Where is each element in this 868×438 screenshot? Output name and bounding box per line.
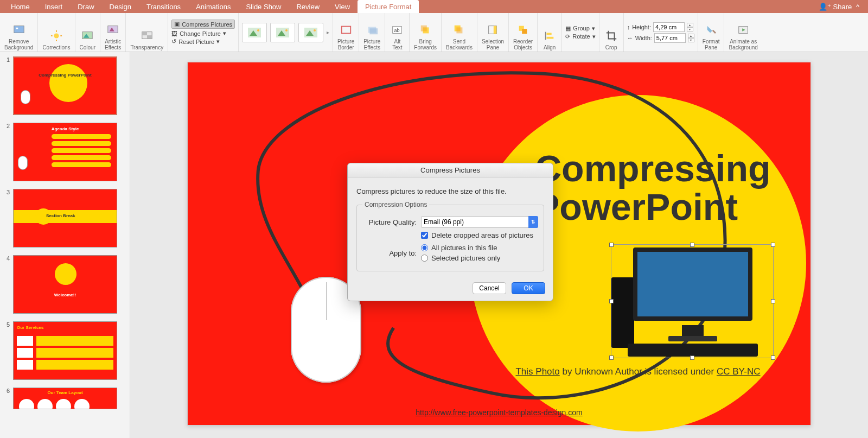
height-input[interactable] [653, 22, 685, 32]
crop-icon [604, 28, 619, 43]
change-picture-button[interactable]: 🖼 Change Picture ▾ [171, 30, 235, 37]
format-pane-button[interactable]: Format Pane [698, 13, 725, 52]
compress-pictures-button[interactable]: ▣ Compress Pictures [171, 20, 235, 29]
svg-point-21 [314, 29, 316, 31]
animate-as-background-button[interactable]: Animate as Background [724, 13, 762, 52]
tab-view[interactable]: View [327, 0, 358, 13]
thumb-number: 1 [3, 56, 10, 115]
share-button[interactable]: 👤⁺ Share ^ [813, 3, 865, 11]
bring-forwards-button[interactable]: Bring Forwards [410, 13, 442, 52]
svg-rect-38 [712, 30, 716, 34]
apply-to-label: Apply to: [362, 249, 417, 257]
tab-slideshow[interactable]: Slide Show [238, 0, 289, 13]
thumb-slide-1[interactable]: Compressing PowerPoint [13, 56, 117, 115]
picture-style-2[interactable] [270, 23, 295, 42]
align-icon [542, 28, 557, 43]
picture-border-button[interactable]: Picture Border [333, 13, 359, 52]
bring-forward-icon [418, 22, 433, 37]
dropdown-icon: ▾ [592, 33, 596, 40]
reorder-objects-button[interactable]: Reorder Objects [509, 13, 538, 52]
thumb-slide-2[interactable]: Agenda Style [13, 123, 117, 181]
compression-options-legend: Compression Options [362, 201, 429, 208]
computer-monitor-shape [633, 247, 752, 321]
license-link[interactable]: CC BY-NC [717, 366, 761, 377]
tab-picture-format[interactable]: Picture Format [358, 0, 419, 13]
picture-style-3[interactable] [298, 23, 323, 42]
artistic-effects-button[interactable]: Artistic Effects [100, 13, 126, 52]
delete-cropped-checkbox[interactable] [421, 232, 428, 239]
thumb-slide-5[interactable]: Our Services [13, 321, 117, 380]
thumb-slide-3[interactable]: Section Break [13, 189, 117, 247]
tab-draw[interactable]: Draw [70, 0, 101, 13]
picture-style-1[interactable] [242, 23, 267, 42]
picture-styles-gallery[interactable]: ▸ [239, 13, 333, 52]
thumb-slide-4[interactable]: Welcome!! [13, 255, 117, 314]
slide-title-text: Compressing PowerPoint [535, 149, 771, 227]
svg-point-15 [257, 29, 259, 31]
change-picture-icon: 🖼 [171, 30, 177, 37]
gallery-more-icon[interactable]: ▸ [327, 29, 329, 35]
svg-rect-28 [421, 26, 427, 31]
thumb-number: 6 [3, 388, 10, 409]
select-dropdown-icon[interactable]: ⇅ [528, 216, 538, 228]
dialog-subtitle: Compress pictures to reduce the size of … [356, 187, 544, 195]
transparency-button[interactable]: Transparency [126, 13, 168, 52]
svg-point-18 [285, 29, 288, 31]
transparency-icon [139, 28, 155, 43]
width-label: Width: [635, 35, 652, 41]
animate-bg-icon [736, 22, 751, 37]
apply-selected-radio[interactable] [421, 255, 428, 262]
width-icon: ↔ [627, 35, 633, 41]
selected-picture[interactable] [611, 244, 774, 358]
thumb-number: 2 [3, 123, 10, 181]
svg-rect-32 [494, 26, 497, 34]
remove-background-button[interactable]: Remove Background [0, 13, 38, 52]
slide-thumbnails-panel[interactable]: 1 Compressing PowerPoint 2 Agenda Style … [0, 52, 130, 438]
tab-design[interactable]: Design [102, 0, 139, 13]
align-button[interactable]: Align [538, 13, 562, 52]
picture-quality-select[interactable]: Email (96 ppi) [421, 216, 538, 228]
compress-pictures-dialog: Compress Pictures Compress pictures to r… [347, 163, 553, 301]
selection-pane-button[interactable]: Selection Pane [477, 13, 509, 52]
template-source-link[interactable]: http://www.free-powerpoint-templates-des… [416, 408, 582, 417]
group-button[interactable]: ▦Group▾ [565, 25, 595, 32]
colour-button[interactable]: Colour [75, 13, 100, 52]
this-photo-link[interactable]: This Photo [515, 366, 559, 377]
artistic-icon [105, 22, 120, 37]
tab-review[interactable]: Review [289, 0, 327, 13]
share-icon: 👤⁺ [819, 3, 831, 11]
ok-button[interactable]: OK [512, 282, 545, 294]
alt-text-icon: ab [390, 22, 405, 37]
reset-picture-button[interactable]: ↺ Reset Picture ▾ [171, 38, 235, 45]
cancel-button[interactable]: Cancel [473, 282, 506, 294]
width-input[interactable] [654, 33, 686, 43]
svg-text:ab: ab [394, 28, 400, 33]
remove-background-icon [11, 22, 27, 37]
thumb-number: 4 [3, 255, 10, 314]
tab-animations[interactable]: Animations [188, 0, 238, 13]
tab-insert[interactable]: Insert [37, 0, 71, 13]
tab-home[interactable]: Home [3, 0, 37, 13]
thumb-slide-6[interactable]: Our Team Layout [13, 388, 117, 409]
width-stepper[interactable]: ▴▾ [688, 34, 694, 42]
apply-all-label: All pictures in this file [431, 244, 497, 252]
send-backwards-button[interactable]: Send Backwards [442, 13, 477, 52]
height-label: Height: [632, 24, 651, 30]
rotate-button[interactable]: ⟳Rotate▾ [565, 33, 595, 40]
height-stepper[interactable]: ▴▾ [687, 23, 693, 31]
svg-rect-36 [547, 33, 552, 35]
svg-rect-34 [522, 29, 527, 34]
apply-all-radio[interactable] [421, 244, 428, 251]
effects-icon [365, 22, 380, 37]
tab-transitions[interactable]: Transitions [139, 0, 188, 13]
corrections-button[interactable]: Corrections [38, 13, 75, 52]
alt-text-button[interactable]: ab Alt Text [385, 13, 410, 52]
picture-quality-label: Picture Quality: [362, 218, 417, 226]
reset-icon: ↺ [171, 38, 176, 45]
border-icon [339, 22, 354, 37]
crop-button[interactable]: Crop [599, 13, 624, 52]
svg-rect-37 [547, 37, 554, 39]
picture-effects-button[interactable]: Picture Effects [359, 13, 385, 52]
collapse-ribbon-icon[interactable]: ^ [854, 3, 859, 11]
reorder-icon [515, 22, 531, 37]
